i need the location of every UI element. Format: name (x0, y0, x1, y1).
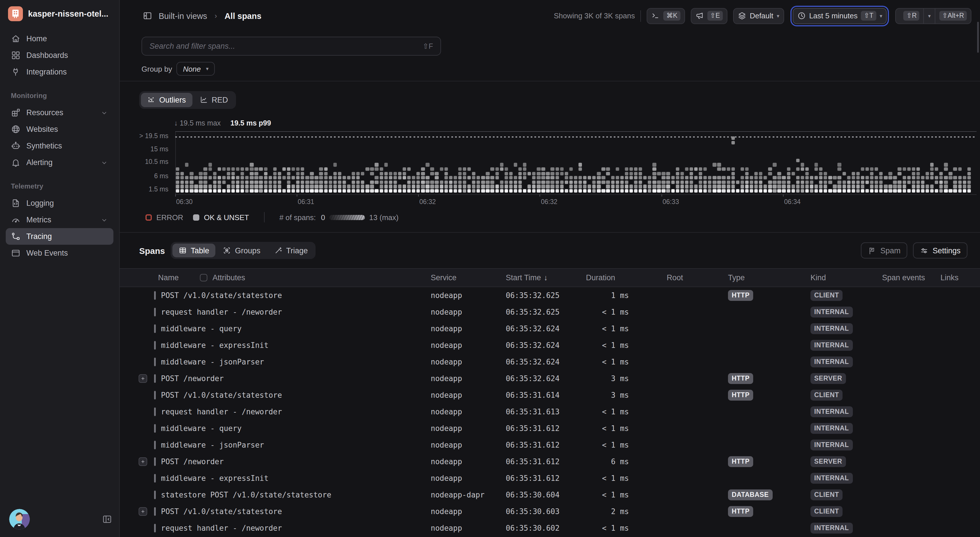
table-row[interactable]: middleware - expressInit nodeapp 06:35:3… (120, 470, 980, 486)
heatmap-cell (185, 185, 189, 188)
table-row[interactable]: POST /neworder nodeapp 06:35:31.612 6 ms… (120, 453, 980, 470)
scrollbar-thumb[interactable] (977, 22, 979, 53)
sidebar-collapse-button[interactable] (102, 514, 112, 524)
expand-row-button[interactable] (138, 457, 147, 466)
col-links[interactable]: Links (940, 273, 972, 282)
sidebar-item-websites[interactable]: Websites (6, 121, 113, 137)
tab-groups[interactable]: Groups (217, 244, 267, 258)
col-type[interactable]: Type (728, 273, 810, 282)
heatmap-cell (870, 185, 874, 188)
heatmap-cell (208, 185, 212, 188)
heatmap-cell (176, 180, 180, 184)
view-selector-button[interactable]: Default ▾ (733, 8, 784, 24)
group-by-select[interactable]: None ▾ (177, 62, 215, 76)
heatmap-cell (463, 189, 466, 193)
expand-row-button[interactable] (138, 374, 147, 383)
heatmap-cell (690, 167, 693, 171)
table-row[interactable]: POST /v1.0/state/statestore nodeapp 06:3… (120, 287, 980, 304)
start-time-cell: 06:35:30.602 (506, 524, 586, 532)
heatmap-cell (921, 185, 925, 188)
heatmap-cell (291, 167, 295, 171)
attributes-checkbox[interactable] (200, 274, 207, 281)
sidebar-item-synthetics[interactable]: Synthetics (6, 137, 113, 154)
heatmap-cell (291, 189, 295, 193)
sidebar-item-alerting[interactable]: Alerting (6, 154, 113, 171)
workspace-name: kasper-nissen-otel... (28, 9, 108, 18)
tab-red[interactable]: RED (193, 93, 234, 107)
sidebar-item-dashboards[interactable]: Dashboards (6, 47, 113, 64)
heatmap-cell (236, 189, 240, 193)
command-palette-button[interactable]: ⌘K (647, 8, 685, 24)
sidebar-item-logging[interactable]: Logging (6, 195, 113, 212)
table-row[interactable]: POST /neworder nodeapp 06:35:32.624 3 ms… (120, 370, 980, 387)
col-attributes[interactable]: Attributes (213, 273, 245, 282)
heatmap-cell (435, 172, 439, 175)
terminal-icon (652, 11, 660, 20)
heatmap-cell (685, 180, 689, 184)
kind-cell: SERVER (810, 456, 882, 467)
table-row[interactable]: middleware - jsonParser nodeapp 06:35:32… (120, 354, 980, 370)
heatmap-cell (541, 176, 545, 180)
settings-button[interactable]: Settings (913, 242, 967, 258)
announcements-button[interactable]: ⇧E (690, 8, 727, 24)
heatmap-cell (708, 180, 712, 184)
tab-outliers[interactable]: Outliers (141, 93, 192, 107)
table-row[interactable]: middleware - query nodeapp 06:35:31.612 … (120, 420, 980, 437)
heatmap-cell (889, 176, 892, 180)
span-name: middleware - expressInit (161, 341, 269, 350)
heatmap-cell (240, 185, 244, 188)
heatmap-cell (819, 167, 823, 171)
heatmap-cell (180, 185, 184, 188)
heatmap-cell (745, 189, 749, 193)
table-row[interactable]: middleware - query nodeapp 06:35:32.624 … (120, 320, 980, 337)
auto-refresh-button[interactable]: ⇧Alt+R (935, 8, 971, 23)
spam-button[interactable]: Spam (861, 242, 908, 258)
tab-table[interactable]: Table (172, 244, 216, 258)
table-row[interactable]: statestore POST /v1.0/state/statestore n… (120, 486, 980, 503)
heatmap-cell (338, 189, 342, 193)
table-row[interactable]: POST /v1.0/state/statestore nodeapp 06:3… (120, 503, 980, 520)
search-input[interactable] (150, 42, 418, 51)
expand-row-button[interactable] (138, 507, 147, 516)
heatmap-cell (939, 185, 943, 188)
time-range-button[interactable]: Last 5 minutes ⇧T ▾ (792, 8, 887, 24)
service-cell: nodeapp (431, 391, 506, 400)
heatmap-cell (625, 167, 628, 171)
heatmap-cell (305, 176, 309, 180)
sidebar-item-resources[interactable]: Resources (6, 104, 113, 121)
refresh-button[interactable]: ⇧R (896, 8, 924, 23)
heatmap-cell (287, 189, 291, 193)
col-duration[interactable]: Duration (586, 273, 629, 282)
views-panel-icon[interactable] (143, 11, 152, 21)
table-row[interactable]: POST /v1.0/state/statestore nodeapp 06:3… (120, 387, 980, 403)
table-row[interactable]: request handler - /neworder nodeapp 06:3… (120, 403, 980, 420)
heatmap-cell (282, 167, 286, 171)
sidebar-item-home[interactable]: Home (6, 30, 113, 47)
heatmap-cell (838, 167, 842, 171)
user-avatar[interactable] (9, 509, 30, 529)
heatmap-cell (273, 180, 277, 184)
refresh-options-button[interactable]: ▾ (924, 8, 935, 23)
sidebar-item-integrations[interactable]: Integrations (6, 64, 113, 80)
col-start-time[interactable]: Start Time↓ (506, 273, 586, 282)
col-root[interactable]: Root (629, 273, 728, 282)
heatmap-cell (481, 189, 485, 193)
breadcrumb-section[interactable]: Built-in views (159, 11, 207, 20)
plus-icon (140, 459, 146, 465)
dashboards-icon (11, 51, 21, 60)
sidebar-item-web-events[interactable]: Web Events (6, 245, 113, 261)
table-row[interactable]: request handler - /neworder nodeapp 06:3… (120, 304, 980, 320)
tab-triage[interactable]: Triage (268, 244, 314, 258)
table-row[interactable]: middleware - expressInit nodeapp 06:35:3… (120, 337, 980, 354)
table-row[interactable]: middleware - jsonParser nodeapp 06:35:31… (120, 437, 980, 453)
heatmap-cell (690, 180, 693, 184)
sidebar-item-metrics[interactable]: Metrics (6, 212, 113, 228)
col-service[interactable]: Service (431, 273, 506, 282)
col-span-events[interactable]: Span events (882, 273, 940, 282)
sidebar-item-tracing[interactable]: Tracing (6, 228, 113, 245)
duration-heatmap[interactable] (175, 131, 976, 194)
heatmap-cell (833, 189, 837, 193)
col-kind[interactable]: Kind (810, 273, 882, 282)
table-row[interactable]: request handler - /neworder nodeapp 06:3… (120, 520, 980, 536)
workspace-switcher[interactable]: kasper-nissen-otel... (6, 6, 113, 26)
